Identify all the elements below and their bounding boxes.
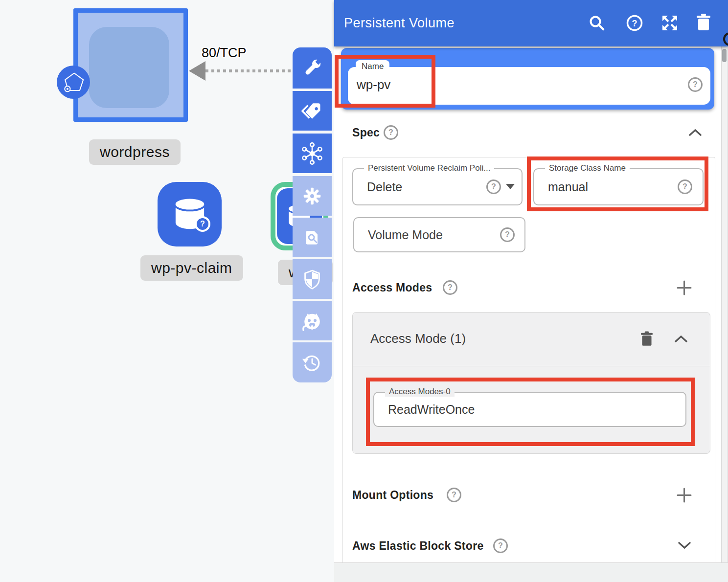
- name-field-value: wp-pv: [357, 77, 390, 92]
- aws-ebs-title: Aws Elastic Block Store: [352, 539, 484, 553]
- github-icon: [300, 309, 324, 333]
- toolbar-github-button[interactable]: [293, 301, 332, 340]
- reclaim-policy-caret-icon[interactable]: [506, 184, 515, 189]
- access-mode-delete-icon[interactable]: [640, 331, 653, 349]
- toolbar-settings-button[interactable]: [293, 176, 332, 216]
- access-mode-0-label: Access Modes-0: [385, 387, 455, 397]
- access-mode-0-value: ReadWriteOnce: [388, 403, 475, 417]
- volume-mode-help-badge[interactable]: ?: [500, 227, 515, 242]
- spec-section-title: Spec: [352, 126, 380, 139]
- panel-scrollbar-thumb[interactable]: [722, 49, 727, 62]
- diagram-canvas[interactable]: wordpress 80/TCP ? wp-pv-claim w: [0, 0, 334, 582]
- question-badge: ?: [195, 216, 210, 232]
- access-modes-help-badge[interactable]: ?: [443, 280, 457, 295]
- fullscreen-icon[interactable]: [661, 14, 679, 34]
- name-help-badge[interactable]: ?: [688, 77, 703, 92]
- mount-options-help-badge[interactable]: ?: [447, 488, 461, 502]
- node-wordpress-inner: [89, 27, 169, 108]
- toolbar-history-button[interactable]: [293, 342, 332, 382]
- wrench-icon: [301, 57, 323, 79]
- node-label-wp-pv-claim: wp-pv-claim: [140, 255, 243, 281]
- volume-mode-placeholder: Volume Mode: [368, 228, 443, 242]
- svg-text:?: ?: [632, 19, 637, 28]
- storage-class-label: Storage Class Name: [545, 163, 630, 173]
- pod-badge[interactable]: [57, 66, 90, 99]
- app-window: wordpress 80/TCP ? wp-pv-claim w: [0, 0, 728, 582]
- mount-options-title: Mount Options: [352, 489, 433, 502]
- spec-collapse-chevron[interactable]: [688, 128, 703, 139]
- name-field-label: Name: [356, 60, 389, 73]
- reclaim-policy-value: Delete: [367, 180, 402, 194]
- node-wp-pv-claim[interactable]: [158, 182, 222, 246]
- access-mode-0-field[interactable]: Access Modes-0 ReadWriteOnce: [373, 392, 686, 427]
- mount-options-add-button[interactable]: [676, 487, 692, 505]
- node-wordpress[interactable]: [73, 8, 188, 122]
- tags-icon: [301, 100, 323, 122]
- node-label-wordpress: wordpress: [89, 139, 181, 165]
- toolbar-security-button[interactable]: [293, 259, 332, 299]
- access-mode-card-title: Access Mode (1): [370, 331, 466, 346]
- access-modes-title: Access Modes: [352, 281, 432, 294]
- access-modes-add-button[interactable]: [676, 280, 692, 298]
- gear-icon: [301, 185, 323, 207]
- panel-bottom-border: [334, 562, 728, 563]
- access-mode-card-header[interactable]: Access Mode (1): [353, 313, 710, 366]
- pentagon-pod-icon: [61, 70, 86, 94]
- volume-mode-field[interactable]: Volume Mode ?: [353, 217, 525, 252]
- access-mode-card: Access Mode (1) Access Modes-0 ReadWrite…: [352, 312, 710, 454]
- hub-icon: [300, 142, 324, 165]
- name-input[interactable]: [348, 67, 710, 105]
- spec-help-badge[interactable]: ?: [384, 125, 398, 140]
- reclaim-policy-field[interactable]: Persistent Volume Reclaim Poli... Delete…: [352, 168, 523, 205]
- toolbar-wrench-button[interactable]: [293, 47, 332, 89]
- edge-arrowhead: [189, 61, 205, 81]
- edge-label: 80/TCP: [202, 45, 247, 61]
- shield-icon: [301, 268, 323, 291]
- history-icon: [301, 351, 323, 374]
- aws-ebs-expand-chevron[interactable]: [677, 541, 692, 552]
- search-icon[interactable]: [588, 14, 606, 34]
- edge-dotted-line: [205, 69, 295, 72]
- storage-class-value: manual: [548, 180, 588, 194]
- panel-scrollbar-track[interactable]: [721, 46, 728, 563]
- panel-bottom-strip: [334, 563, 728, 582]
- name-section: Name wp-pv ?: [341, 48, 714, 110]
- toolbar-inspect-button[interactable]: [293, 218, 332, 257]
- reclaim-policy-label: Persistent Volume Reclaim Poli...: [364, 163, 494, 173]
- aws-ebs-help-badge[interactable]: ?: [493, 538, 508, 553]
- toolbar-hub-button[interactable]: [293, 134, 332, 173]
- toolbar-tags-button[interactable]: [293, 91, 332, 131]
- delete-icon[interactable]: [696, 14, 711, 33]
- doc-search-icon: [301, 227, 323, 248]
- storage-class-field[interactable]: Storage Class Name manual ?: [533, 168, 704, 205]
- storage-class-help-badge[interactable]: ?: [678, 179, 692, 194]
- reclaim-policy-help-badge[interactable]: ?: [486, 179, 501, 194]
- help-icon[interactable]: ?: [626, 14, 643, 34]
- panel-title: Persistent Volume: [344, 16, 455, 31]
- access-mode-collapse-chevron[interactable]: [674, 335, 688, 345]
